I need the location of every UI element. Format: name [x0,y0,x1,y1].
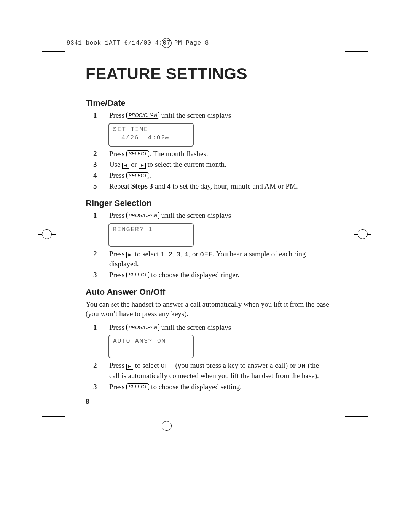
mono-text: ON [297,363,306,370]
registration-mark-icon [158,417,175,435]
step-body: Repeat Steps 3 and 4 to set the day, hou… [106,181,329,192]
print-slug: 9341_book_1ATT 6/14/00 4:07 PM Page 8 [67,40,209,46]
step-body: Press PROG/CHAN until the screen display… [106,323,329,333]
key-select: SELECT [126,150,149,157]
text: to choose the displayed setting. [149,383,242,391]
lcd-screen: SET TIME 4/26 4:02PM [108,123,194,147]
lcd-line-2 [113,234,189,242]
section-heading-auto-answer: Auto Answer On/Off [86,287,329,297]
key-prog-chan: PROG/CHAN [126,112,159,119]
arrow-right-icon: ▶ [126,364,133,370]
text: . The month flashes. [149,150,208,158]
step-body: Press ▶ to select OFF (you must press a … [106,361,329,381]
step-number: 2 [86,361,106,371]
step-body: Use ◀ or ▶ to select the current month. [106,160,329,170]
key-select: SELECT [126,383,149,390]
crop-mark [42,416,65,417]
text: Press [109,271,126,279]
crop-mark [65,29,65,51]
registration-mark-icon [354,225,371,243]
mono-text: 3 [177,251,181,258]
text: Press [109,361,126,369]
step-row: 1 Press PROG/CHAN until the screen displ… [86,211,329,221]
step-body: Press SELECT. The month flashes. [106,149,329,159]
text: Press [109,171,126,179]
step-number: 4 [86,171,106,181]
arrow-left-icon: ◀ [122,163,129,169]
text: until the screen displays [159,323,231,331]
page-title: FEATURE SETTINGS [86,65,329,83]
lcd-line-2 [113,345,189,354]
lcd-line-1: AUTO ANS? ON [113,337,189,345]
registration-mark-icon [38,225,56,243]
lcd-line-1: RINGER? 1 [113,225,189,234]
mono-text: OFF [161,363,174,370]
step-number: 1 [86,110,106,121]
text: Press [109,111,126,119]
text: PM [165,137,169,141]
step-body: Press ▶ to select 1, 2, 3, 4, or OFF. Yo… [106,249,329,269]
page-number: 8 [86,398,89,406]
step-row: 2 Press ▶ to select 1, 2, 3, 4, or OFF. … [86,249,329,269]
text: or [129,160,139,168]
step-row: 1 Press PROG/CHAN until the screen displ… [86,323,329,333]
step-body: Press PROG/CHAN until the screen display… [106,110,329,121]
text: Repeat [109,182,131,190]
step-number: 1 [86,323,106,333]
crop-mark [345,29,345,51]
crop-mark [345,416,345,439]
text: Use [109,160,122,168]
text: until the screen displays [159,111,231,119]
step-number: 1 [86,211,106,221]
text: Press [109,323,126,331]
text: Press [109,150,126,158]
text: 4:02 [148,134,166,141]
text: , or [188,250,200,258]
step-number: 2 [86,249,106,259]
key-prog-chan: PROG/CHAN [126,324,159,331]
step-row: 4 Press SELECT. [86,171,329,181]
text: (you must press a key to answer a call) … [174,361,298,369]
bold-text: 4 [167,182,171,190]
lcd-screen: RINGER? 1 [108,223,194,247]
step-row: 2 Press SELECT. The month flashes. [86,149,329,159]
lcd-screen: AUTO ANS? ON [108,335,194,358]
lcd-line-1: SET TIME [113,125,189,134]
lcd-line-2: 4/26 4:02PM [113,134,189,143]
text: to select the current month. [146,160,226,168]
mono-text: 2 [169,251,173,258]
step-row: 2 Press ▶ to select OFF (you must press … [86,361,329,381]
page-content: FEATURE SETTINGS Time/Date 1 Press PROG/… [86,65,329,393]
step-number: 5 [86,181,106,192]
text: 4/26 [121,134,139,141]
arrow-right-icon: ▶ [139,163,146,169]
crop-mark [345,51,368,52]
key-prog-chan: PROG/CHAN [126,212,159,219]
text: to select [133,361,161,369]
text: to select [133,250,161,258]
step-number: 2 [86,149,106,159]
step-number: 3 [86,382,106,392]
mono-text: 1 [161,251,165,258]
crop-mark [345,416,368,417]
mono-text: OFF [200,251,213,258]
text: . [149,171,151,179]
step-body: Press SELECT to choose the displayed rin… [106,270,329,280]
step-body: Press SELECT to choose the displayed set… [106,382,329,392]
section-heading-time-date: Time/Date [86,98,329,108]
step-number: 3 [86,160,106,170]
text: Press [109,383,126,391]
text: until the screen displays [159,211,231,219]
key-select: SELECT [126,172,149,179]
text: Press [109,211,126,219]
step-body: Press PROG/CHAN until the screen display… [106,211,329,221]
key-select: SELECT [126,272,149,278]
text: to choose the displayed ringer. [149,271,239,279]
step-number: 3 [86,270,106,280]
step-row: 3 Use ◀ or ▶ to select the current month… [86,160,329,170]
text: Press [109,250,126,258]
arrow-right-icon: ▶ [126,252,133,258]
step-row: 1 Press PROG/CHAN until the screen displ… [86,110,329,121]
text: , [165,250,169,258]
text: and [153,182,167,190]
